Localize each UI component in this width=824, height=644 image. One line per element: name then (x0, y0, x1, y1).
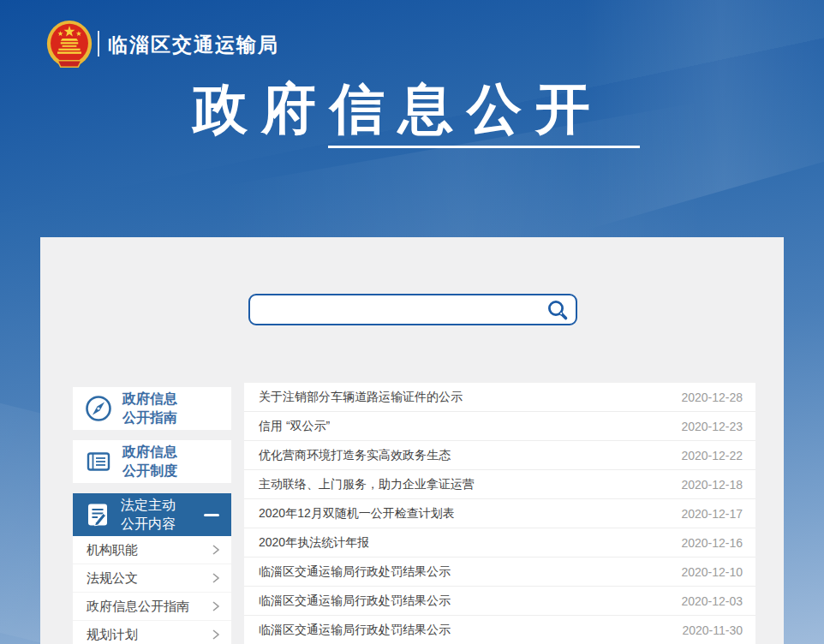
news-title: 关于注销部分车辆道路运输证件的公示 (259, 390, 463, 405)
news-date: 2020-12-17 (681, 507, 743, 521)
news-list-item[interactable]: 临淄区交通运输局行政处罚结果公示 2020-11-30 (244, 616, 755, 644)
news-date: 2020-11-30 (682, 623, 743, 637)
clipboard-pen-icon (83, 500, 112, 529)
news-list-item[interactable]: 关于注销部分车辆道路运输证件的公示 2020-12-28 (244, 383, 755, 412)
news-title: 2020年12月双随机一公开检查计划表 (259, 506, 455, 522)
submenu-item-label: 政府信息公开指南 (87, 599, 189, 615)
news-title: 2020年执法统计年报 (259, 535, 369, 551)
sidebar-item-label: 政府信息 公开指南 (122, 390, 177, 426)
news-date: 2020-12-18 (681, 478, 743, 492)
submenu-item-label: 规划计划 (87, 627, 138, 643)
submenu-item-disclosure-guide[interactable]: 政府信息公开指南 (73, 593, 231, 621)
sidebar-item-label: 政府信息 公开制度 (122, 443, 177, 480)
national-emblem-icon (45, 19, 93, 70)
title-underline (328, 146, 640, 148)
header-divider (98, 31, 99, 57)
news-date: 2020-12-23 (681, 420, 743, 433)
page: 临淄区交通运输局 政府信息公开 (0, 0, 824, 644)
news-title: 临淄区交通运输局行政处罚结果公示 (259, 564, 451, 580)
page-title: 政府信息公开 (0, 72, 797, 146)
sidebar-item-statutory-disclosure[interactable]: 法定主动 公开内容 (73, 493, 231, 536)
sidebar-item-label: 法定主动 公开内容 (121, 496, 176, 533)
rules-book-icon (83, 446, 114, 477)
search-button[interactable] (540, 295, 576, 324)
submenu-item-org-functions[interactable]: 机构职能 (73, 536, 231, 564)
content-panel: 政府信息 公开指南 政府信息 公开制度 (40, 237, 784, 644)
sidebar-item-gov-info-guide[interactable]: 政府信息 公开指南 (73, 387, 231, 430)
submenu-item-plans[interactable]: 规划计划 (73, 621, 231, 644)
search-icon (546, 299, 569, 321)
compass-icon (83, 393, 114, 424)
submenu-item-label: 法规公文 (87, 570, 138, 587)
news-date: 2020-12-28 (681, 391, 743, 404)
news-list-item[interactable]: 2020年12月双随机一公开检查计划表 2020-12-17 (244, 499, 755, 528)
news-date: 2020-12-10 (681, 565, 743, 579)
news-title: 信用 “双公示” (259, 419, 330, 434)
chevron-right-icon (212, 600, 220, 612)
news-date: 2020-12-03 (681, 594, 743, 608)
news-title: 临淄区交通运输局行政处罚结果公示 (259, 593, 451, 609)
sidebar-item-gov-info-rules[interactable]: 政府信息 公开制度 (73, 440, 231, 483)
news-list: 关于注销部分车辆道路运输证件的公示 2020-12-28 信用 “双公示” 20… (244, 383, 755, 644)
chevron-right-icon (212, 544, 220, 556)
search-box (248, 294, 577, 325)
news-date: 2020-12-22 (681, 449, 743, 462)
submenu-item-laws-documents[interactable]: 法规公文 (73, 564, 231, 593)
sidebar: 政府信息 公开指南 政府信息 公开制度 (73, 387, 231, 644)
sidebar-submenu: 机构职能 法规公文 政府信息公开指南 (73, 536, 231, 644)
news-list-item[interactable]: 优化营商环境打造务实高效政务生态 2020-12-22 (244, 441, 755, 470)
site-name: 临淄区交通运输局 (108, 32, 279, 58)
search-input[interactable] (250, 295, 540, 324)
collapse-minus-icon[interactable] (204, 514, 219, 516)
news-title: 临淄区交通运输局行政处罚结果公示 (259, 623, 451, 638)
news-title: 主动联络、上门服务，助力企业拿证运营 (259, 477, 475, 492)
news-list-item[interactable]: 主动联络、上门服务，助力企业拿证运营 2020-12-18 (244, 470, 755, 499)
news-date: 2020-12-16 (681, 536, 743, 550)
news-list-item[interactable]: 临淄区交通运输局行政处罚结果公示 2020-12-10 (244, 558, 755, 587)
news-list-item[interactable]: 2020年执法统计年报 2020-12-16 (244, 528, 755, 558)
news-list-item[interactable]: 信用 “双公示” 2020-12-23 (244, 412, 755, 441)
news-list-item[interactable]: 临淄区交通运输局行政处罚结果公示 2020-12-03 (244, 587, 755, 616)
chevron-right-icon (212, 572, 220, 584)
submenu-item-label: 机构职能 (87, 542, 138, 558)
chevron-right-icon (212, 629, 220, 641)
news-title: 优化营商环境打造务实高效政务生态 (259, 448, 451, 463)
